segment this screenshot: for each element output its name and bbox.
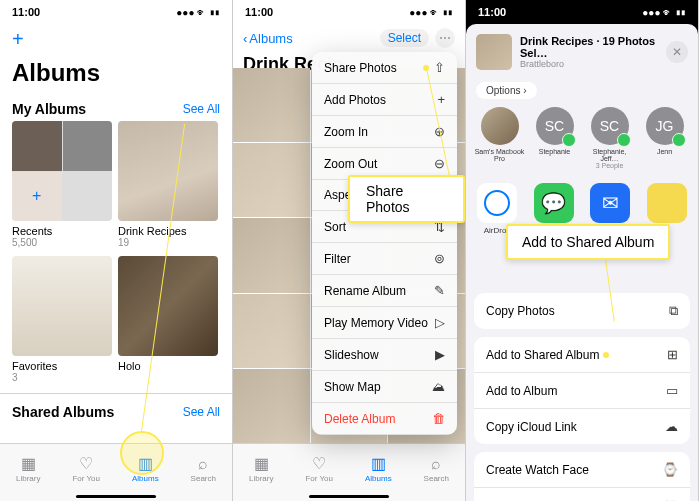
status-time: 11:00 [478,6,506,18]
airdrop-icon [477,183,517,223]
menu-filter[interactable]: Filter⊚ [312,243,457,275]
contact-group[interactable]: SCStephanie, Jeff…3 People [584,107,635,169]
share-info: Drink Recipes · 19 Photos Sel… Brattlebo… [520,35,658,69]
action-copy-icloud[interactable]: Copy iCloud Link☁ [474,409,690,444]
see-all-link[interactable]: See All [183,405,220,419]
notes-icon [647,183,687,223]
status-bar: 11:00 ●●● ᯤ ▮▮ [233,0,465,24]
share-sheet: Drink Recipes · 19 Photos Sel… Brattlebo… [466,24,698,501]
mail-icon: ✉ [590,183,630,223]
share-title: Drink Recipes · 19 Photos Sel… [520,35,658,59]
filter-icon: ⊚ [434,251,445,266]
trash-icon: 🗑 [432,411,445,426]
avatar: SC [591,107,629,145]
album-holo[interactable]: Holo [118,256,218,383]
menu-slideshow[interactable]: Slideshow▶ [312,339,457,371]
tab-for-you[interactable]: ♡For You [305,454,333,483]
shared-album-icon: ⊞ [667,347,678,362]
album-favorites[interactable]: Favorites 3 [12,256,112,383]
album-name: Holo [118,360,218,372]
options-button[interactable]: Options › [476,82,537,99]
contact-stephanie[interactable]: SCStephanie [529,107,580,169]
avatar: SC [536,107,574,145]
action-copy-photos[interactable]: Copy Photos⧉ [474,293,690,329]
action-list-1: Copy Photos⧉ [474,293,690,329]
search-icon: ⌕ [198,455,208,473]
action-watch-face[interactable]: Create Watch Face⌚ [474,452,690,488]
tab-albums[interactable]: ▥Albums [132,454,159,483]
search-icon: ⌕ [431,455,441,473]
status-icons: ●●● ᯤ ▮▮ [176,7,220,18]
contact-jenn[interactable]: JGJenn [639,107,690,169]
plus-icon: + [437,92,445,107]
album-icon: ▭ [666,383,678,398]
zoom-in-icon: ⊕ [434,124,445,139]
album-row-1: + Recents 5,500 Drink Recipes 19 [0,121,232,248]
tab-albums[interactable]: ▥Albums [365,454,392,483]
avatar [481,107,519,145]
album-count: 19 [118,237,218,248]
menu-add-photos[interactable]: Add Photos+ [312,84,457,116]
menu-rename[interactable]: Rename Album✎ [312,275,457,307]
tab-bar: ▦Library ♡For You ▥Albums ⌕Search [0,443,232,501]
screen-share-sheet: 11:00 ●●● ᯤ ▮▮ Drink Recipes · 19 Photos… [466,0,699,501]
tab-search[interactable]: ⌕Search [191,455,216,483]
action-save-files[interactable]: Save to Files📁 [474,488,690,501]
album-thumb [118,121,218,221]
section-header-my-albums: My Albums See All [0,95,232,121]
album-name: Favorites [12,360,112,372]
status-time: 11:00 [12,6,40,18]
messages-badge-icon [672,133,686,147]
contacts-row: Sam's Macbook Pro SCStephanie SCStephani… [466,107,698,177]
tab-search[interactable]: ⌕Search [424,455,449,483]
menu-delete[interactable]: Delete Album🗑 [312,403,457,435]
heart-icon: ♡ [79,454,93,473]
page-title: Albums [0,55,232,95]
messages-badge-icon [562,133,576,147]
heart-icon: ♡ [312,454,326,473]
section-title: Shared Albums [12,404,114,420]
menu-zoom-in[interactable]: Zoom In⊕ [312,116,457,148]
album-recents[interactable]: + Recents 5,500 [12,121,112,248]
status-bar: 11:00 ●●● ᯤ ▮▮ [0,0,232,24]
screen-albums: 11:00 ●●● ᯤ ▮▮ + Albums My Albums See Al… [0,0,233,501]
menu-share-photos[interactable]: Share Photos⇧ [312,52,457,84]
section-title: My Albums [12,101,86,117]
album-row-2: Favorites 3 Holo [0,256,232,383]
highlight-dot [603,352,609,358]
action-list-3: Create Watch Face⌚ Save to Files📁 Print⎙… [474,452,690,501]
pencil-icon: ✎ [434,283,445,298]
contact-sam[interactable]: Sam's Macbook Pro [474,107,525,169]
nav-bar: + [0,24,232,55]
album-count: 5,500 [12,237,112,248]
highlight-dot [423,65,429,71]
see-all-link[interactable]: See All [183,102,220,116]
copy-icon: ⧉ [669,303,678,319]
share-thumbnail [476,34,512,70]
menu-show-map[interactable]: Show Map⛰ [312,371,457,403]
share-icon: ⇧ [434,60,445,75]
home-indicator [309,495,389,498]
more-button[interactable]: ⋯ [435,28,455,48]
section-header-shared: Shared Albums See All [0,393,232,424]
back-button[interactable]: ‹ Albums [243,31,293,46]
album-drink-recipes[interactable]: Drink Recipes 19 [118,121,218,248]
menu-play-memory[interactable]: Play Memory Video▷ [312,307,457,339]
tab-for-you[interactable]: ♡For You [72,454,100,483]
action-add-album[interactable]: Add to Album▭ [474,373,690,409]
album-count: 3 [12,372,112,383]
add-button[interactable]: + [12,28,24,50]
cloud-icon: ☁ [665,419,678,434]
albums-icon: ▥ [371,454,386,473]
tab-library[interactable]: ▦Library [249,454,273,483]
slideshow-icon: ▶ [435,347,445,362]
close-button[interactable]: ✕ [666,41,688,63]
library-icon: ▦ [254,454,269,473]
map-icon: ⛰ [432,379,445,394]
action-add-shared-album[interactable]: Add to Shared Album⊞ [474,337,690,373]
nav-bar: ‹ Albums Select ⋯ [233,24,465,52]
album-name: Drink Recipes [118,225,218,237]
action-list-2: Add to Shared Album⊞ Add to Album▭ Copy … [474,337,690,444]
tab-library[interactable]: ▦Library [16,454,40,483]
select-button[interactable]: Select [380,29,429,47]
